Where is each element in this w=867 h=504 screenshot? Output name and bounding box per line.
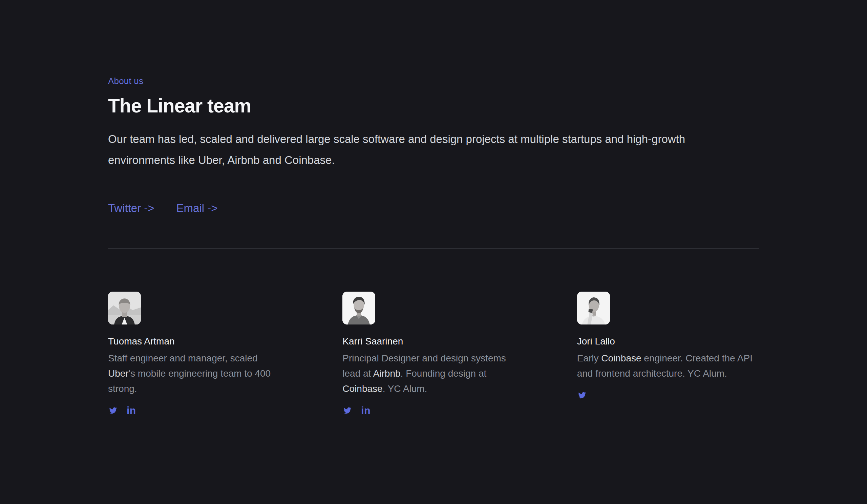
team-grid: Tuomas Artman Staff engineer and manager… [108, 292, 759, 415]
bio-text: . Founding design at [401, 368, 487, 379]
member-bio: Principal Designer and design systems le… [342, 351, 521, 396]
hero-links-row: Twitter -> Email -> [108, 202, 759, 215]
member-socials: in [342, 406, 524, 415]
bio-highlight: Uber [108, 368, 129, 379]
twitter-icon[interactable] [577, 391, 587, 399]
member-bio: Staff engineer and manager, scaled Uber'… [108, 351, 287, 396]
portrait-illustration [342, 292, 375, 324]
bio-highlight: Airbnb [373, 368, 401, 379]
team-card-tuomas-artman: Tuomas Artman Staff engineer and manager… [108, 292, 290, 415]
eyebrow-label: About us [108, 76, 759, 86]
linkedin-icon[interactable]: in [361, 406, 371, 415]
page-title: The Linear team [108, 94, 759, 118]
member-photo-karri [342, 292, 375, 324]
twitter-link[interactable]: Twitter -> [108, 202, 154, 215]
member-socials: in [108, 406, 290, 415]
bio-text: 's mobile engineering team to 400 strong… [108, 368, 271, 394]
linkedin-icon[interactable]: in [127, 406, 136, 415]
member-socials [577, 391, 759, 399]
team-card-karri-saarinen: Karri Saarinen Principal Designer and de… [342, 292, 524, 415]
bio-highlight: Coinbase [342, 384, 382, 394]
portrait-illustration [108, 292, 141, 324]
portrait-illustration [577, 292, 610, 324]
hero-description: Our team has led, scaled and delivered l… [108, 129, 753, 171]
member-name: Jori Lallo [577, 335, 759, 347]
about-section: About us The Linear team Our team has le… [108, 0, 759, 415]
member-photo-jori [577, 292, 610, 324]
section-divider [108, 248, 759, 249]
twitter-icon[interactable] [108, 406, 118, 415]
member-name: Tuomas Artman [108, 335, 290, 347]
member-photo-tuomas [108, 292, 141, 324]
email-link[interactable]: Email -> [176, 202, 218, 215]
bio-highlight: Coinbase [601, 353, 641, 363]
member-name: Karri Saarinen [342, 335, 524, 347]
bio-text: Early [577, 353, 601, 363]
member-bio: Early Coinbase engineer. Created the API… [577, 351, 756, 381]
bio-text: . YC Alum. [383, 384, 427, 394]
team-card-jori-lallo: Jori Lallo Early Coinbase engineer. Crea… [577, 292, 759, 415]
bio-text: Staff engineer and manager, scaled [108, 353, 258, 363]
twitter-icon[interactable] [342, 406, 352, 415]
